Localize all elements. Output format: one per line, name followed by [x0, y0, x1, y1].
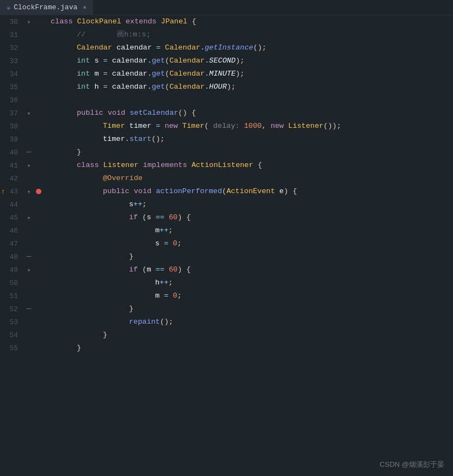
- line-row: 49 ▾: [0, 263, 46, 276]
- code-line-42: @Override: [46, 172, 453, 185]
- line-number: 34: [0, 70, 25, 78]
- breakpoint-area[interactable]: ↑: [33, 189, 44, 194]
- code-line-35: int h = calendar.get(Calendar.HOUR);: [46, 81, 453, 94]
- code-line-40: }: [46, 146, 453, 159]
- code-line-54: }: [46, 329, 453, 342]
- debug-arrow: ↑: [1, 188, 5, 196]
- line-number: 32: [0, 44, 25, 52]
- line-number: 47: [0, 240, 25, 248]
- file-tab[interactable]: ☕ ClockFrame.java ✕: [0, 0, 94, 15]
- code-line-32: Calendar calendar = Calendar.getInstance…: [46, 41, 453, 54]
- fold-icon[interactable]: ▾: [25, 110, 33, 117]
- code-line-39: timer.start();: [46, 133, 453, 146]
- line-row: 33: [0, 54, 46, 67]
- line-row: 41 ▾: [0, 159, 46, 172]
- line-number: 35: [0, 83, 25, 91]
- code-line-50: h++;: [46, 276, 453, 289]
- code-line-55: }: [46, 342, 453, 355]
- watermark: CSDN @烟溪彭于晏: [379, 460, 444, 469]
- line-row: 37 ▾: [0, 107, 46, 120]
- line-number: 33: [0, 57, 25, 65]
- line-row: 47: [0, 237, 46, 250]
- code-line-36: [46, 94, 453, 107]
- line-row: 38: [0, 120, 46, 133]
- line-row: 43 ▾ ↑: [0, 185, 46, 198]
- tab-filename: ClockFrame.java: [14, 3, 77, 11]
- line-row: 30 ▾: [0, 15, 46, 28]
- line-number: 53: [0, 318, 25, 326]
- line-number: 51: [0, 292, 25, 300]
- code-area[interactable]: class ClockPanel extends JPanel { // 画h:…: [46, 15, 453, 476]
- code-line-51: m = 0;: [46, 289, 453, 302]
- line-number: 37: [0, 109, 25, 118]
- line-number: 30: [0, 18, 25, 26]
- code-line-47: s = 0;: [46, 237, 453, 250]
- line-number: 38: [0, 122, 25, 131]
- code-line-52: }: [46, 302, 453, 316]
- fold-icon[interactable]: ▾: [25, 267, 33, 274]
- fold-gutter-dash: ─: [25, 148, 33, 157]
- line-row: 35: [0, 81, 46, 94]
- code-line-49: if (m == 60) {: [46, 263, 453, 276]
- fold-gutter-dash: ─: [25, 305, 33, 313]
- code-line-46: m++;: [46, 224, 453, 237]
- line-number: 36: [0, 96, 25, 104]
- code-line-43: public void actionPerformed(ActionEvent …: [46, 185, 453, 198]
- line-number: 55: [0, 344, 25, 353]
- gutter: 30 ▾ 31 32 33 34 35: [0, 15, 46, 476]
- line-row: 44: [0, 198, 46, 211]
- breakpoint-dot: [36, 189, 41, 194]
- line-number: 50: [0, 279, 25, 287]
- line-number: 44: [0, 201, 25, 209]
- line-number: 52: [0, 305, 25, 313]
- line-row: 55: [0, 342, 46, 355]
- line-number: 48: [0, 253, 25, 261]
- code-line-34: int m = calendar.get(Calendar.MINUTE);: [46, 67, 453, 81]
- line-number: 41: [0, 162, 25, 170]
- fold-gutter-dash: ─: [25, 252, 33, 261]
- line-number: 42: [0, 175, 25, 183]
- java-icon: ☕: [7, 3, 10, 11]
- line-number: 39: [0, 135, 25, 144]
- code-line-41: class Listener implements ActionListener…: [46, 159, 453, 172]
- line-row: 50: [0, 276, 46, 289]
- fold-icon[interactable]: ▾: [25, 162, 33, 169]
- code-line-44: s++;: [46, 198, 453, 211]
- line-number: 54: [0, 331, 25, 339]
- line-number: 49: [0, 266, 25, 274]
- line-row: 31: [0, 28, 46, 41]
- code-line-48: }: [46, 250, 453, 263]
- line-number: 31: [0, 31, 25, 39]
- code-line-30: class ClockPanel extends JPanel {: [46, 15, 453, 28]
- editor-container: 30 ▾ 31 32 33 34 35: [0, 15, 453, 476]
- line-row: 40 ─: [0, 146, 46, 159]
- line-row: 34: [0, 67, 46, 81]
- line-row: 48 ─: [0, 250, 46, 263]
- code-line-31: // 画h:m:s;: [46, 28, 453, 41]
- close-icon[interactable]: ✕: [83, 4, 87, 11]
- line-row: 45 ▾: [0, 211, 46, 224]
- line-row: 36: [0, 94, 46, 107]
- line-number: 45: [0, 214, 25, 222]
- code-line-38: Timer timer = new Timer( delay: 1000, ne…: [46, 120, 453, 133]
- line-row: 52 ─: [0, 302, 46, 316]
- line-number: 46: [0, 227, 25, 235]
- line-row: 42: [0, 172, 46, 185]
- line-row: 46: [0, 224, 46, 237]
- code-line-33: int s = calendar.get(Calendar.SECOND);: [46, 54, 453, 67]
- line-number: 40: [0, 149, 25, 157]
- code-line-37: public void setCalendar() {: [46, 107, 453, 120]
- line-row: 54: [0, 329, 46, 342]
- fold-icon[interactable]: ▾: [25, 188, 33, 195]
- code-line-45: if (s == 60) {: [46, 211, 453, 224]
- line-row: 32: [0, 41, 46, 54]
- line-row: 53: [0, 316, 46, 329]
- tab-bar: ☕ ClockFrame.java ✕: [0, 0, 453, 15]
- code-line-53: repaint();: [46, 316, 453, 329]
- fold-icon[interactable]: ▾: [25, 18, 33, 26]
- line-row: 51: [0, 289, 46, 302]
- line-row: 39: [0, 133, 46, 146]
- fold-icon[interactable]: ▾: [25, 214, 33, 221]
